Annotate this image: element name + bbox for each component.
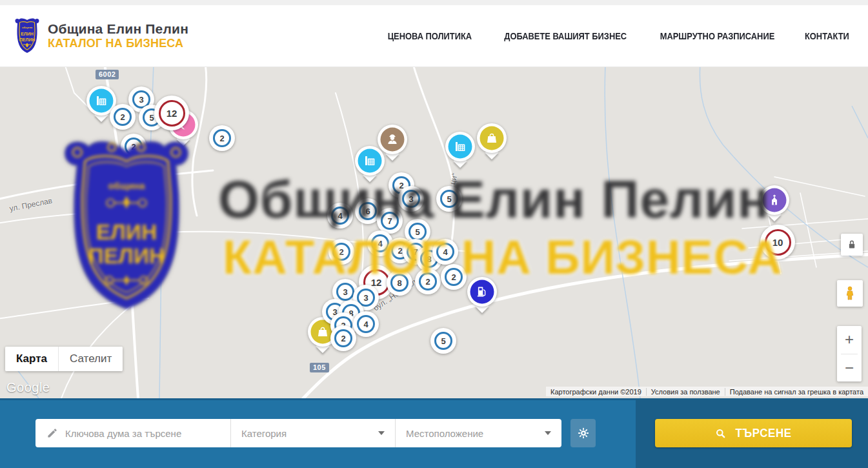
cluster-marker[interactable]: 2 — [110, 104, 136, 130]
site-subtitle: КАТАЛОГ НА БИЗНЕСА — [48, 37, 188, 50]
category-select[interactable]: Категория — [231, 419, 395, 447]
site-header: община ЕЛИН ПЕЛИН Община Елин Пелин КАТА… — [0, 5, 868, 67]
cluster-marker[interactable]: 2 — [330, 325, 356, 351]
church-icon — [763, 188, 787, 212]
attribution-copyright: Картографски данни ©2019 — [546, 388, 646, 396]
factory-icon — [449, 135, 472, 159]
svg-text:ПЕЛИН: ПЕЛИН — [19, 37, 35, 41]
municipality-crest-icon: община ЕЛИН ПЕЛИН — [14, 17, 40, 55]
svg-text:община: община — [22, 25, 33, 28]
zoom-in-button[interactable]: + — [837, 326, 862, 354]
fuel-icon — [470, 280, 494, 304]
zoom-control: + − — [837, 326, 862, 382]
bag-icon — [480, 127, 504, 150]
lock-icon — [845, 238, 859, 252]
pegman-icon — [842, 285, 858, 302]
advanced-search-button[interactable] — [570, 419, 596, 447]
road-badge: 105 — [310, 363, 329, 372]
maptype-control: Карта Сателит — [5, 347, 123, 371]
cluster-marker[interactable]: 2 — [209, 125, 235, 151]
factory-icon — [90, 89, 114, 113]
search-button-label: ТЪРСЕНЕ — [735, 427, 791, 440]
road-badge: 6002 — [96, 70, 119, 79]
page-top-strip — [0, 0, 868, 5]
cluster-marker[interactable]: 5 — [436, 186, 462, 212]
google-logo[interactable]: Google — [6, 380, 50, 395]
zoom-out-button[interactable]: − — [837, 354, 862, 382]
google-map[interactable]: 6002105ул. Преславбул. „Новоселци“ 32512… — [0, 67, 868, 398]
chevron-down-icon — [378, 431, 385, 435]
search-icon — [714, 427, 727, 440]
map-pin-factory[interactable] — [355, 146, 385, 176]
site-logo[interactable]: община ЕЛИН ПЕЛИН Община Елин Пелин КАТА… — [14, 17, 188, 55]
category-select-value: Категория — [241, 428, 287, 439]
search-button[interactable]: ТЪРСЕНЕ — [655, 419, 852, 447]
search-panel: Категория Местоположение ТЪРСЕНЕ — [0, 398, 868, 468]
cluster-marker[interactable]: 4 — [432, 239, 458, 265]
nav-item-route-schedule[interactable]: МАРШРУТНО РАЗПИСАНИЕ — [660, 31, 775, 41]
map-pin-bag[interactable] — [477, 123, 507, 153]
factory-icon — [358, 149, 382, 173]
main-nav: ЦЕНОВА ПОЛИТИКА ДОБАВЕТЕ ВАШИЯТ БИЗНЕС М… — [384, 31, 851, 41]
gear-icon — [577, 427, 590, 440]
nav-item-pricing[interactable]: ЦЕНОВА ПОЛИТИКА — [388, 31, 472, 41]
cluster-marker[interactable]: 3 — [398, 186, 424, 212]
map-lock-button[interactable] — [841, 234, 863, 256]
cluster-marker[interactable]: 5 — [430, 328, 456, 354]
map-pin-fuel[interactable] — [467, 277, 497, 307]
attribution-terms-link[interactable]: Условия за ползване — [646, 388, 725, 396]
attribution-report-link[interactable]: Подаване на сигнал за грешка в картата — [725, 388, 868, 396]
map-pin-church[interactable] — [760, 185, 789, 215]
map-pin-factory[interactable] — [445, 132, 475, 161]
cluster-marker[interactable]: 7 — [377, 208, 403, 234]
maptype-map-button[interactable]: Карта — [5, 347, 58, 371]
cluster-marker[interactable]: 2 — [328, 239, 354, 265]
chevron-down-icon — [545, 431, 551, 435]
svg-text:ЕЛИН: ЕЛИН — [21, 32, 34, 36]
cluster-marker[interactable]: 2 — [415, 269, 441, 294]
cluster-marker[interactable]: 8 — [387, 270, 412, 296]
cluster-marker[interactable]: 12 — [154, 96, 189, 130]
map-attribution: Картографски данни ©2019 Условия за полз… — [546, 387, 868, 396]
keyword-search-input[interactable] — [65, 428, 230, 439]
location-select[interactable]: Местоположение — [396, 419, 561, 447]
cluster-marker[interactable]: 2 — [441, 264, 467, 290]
site-title: Община Елин Пелин — [48, 21, 188, 37]
cluster-marker[interactable]: 4 — [353, 311, 379, 337]
nav-item-contacts[interactable]: КОНТАКТИ — [805, 31, 849, 41]
maptype-satellite-button[interactable]: Сателит — [58, 347, 123, 371]
nav-item-add-business[interactable]: ДОБАВЕТЕ ВАШИЯТ БИЗНЕС — [504, 31, 627, 41]
pencil-icon — [46, 427, 58, 439]
cluster-marker[interactable]: 2 — [121, 134, 146, 159]
location-select-value: Местоположение — [406, 428, 483, 439]
search-bar: Категория Местоположение — [35, 419, 561, 447]
cluster-marker[interactable]: 10 — [760, 225, 795, 259]
cluster-marker[interactable]: 4 — [327, 203, 353, 229]
keyword-section — [35, 419, 230, 447]
pegman-button[interactable] — [837, 280, 863, 307]
